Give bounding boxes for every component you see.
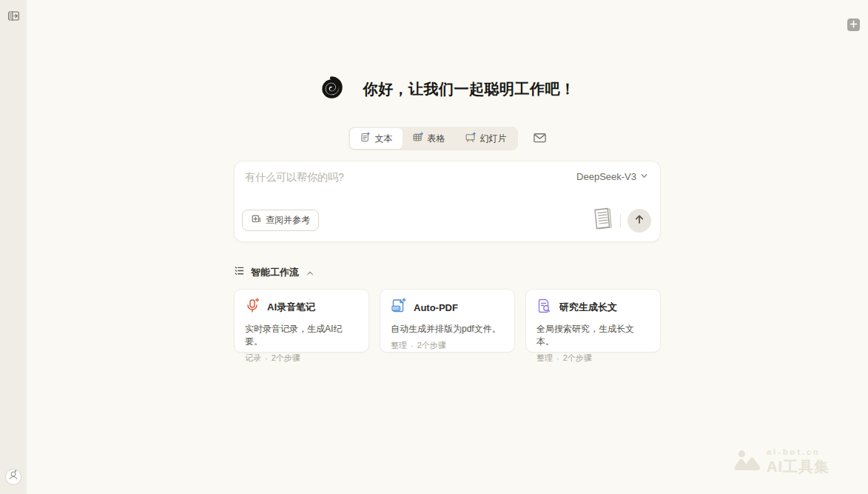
tab-text-label: 文本: [375, 133, 393, 145]
plus-icon: [850, 19, 858, 30]
document-search-icon: [536, 298, 552, 317]
workflows-section: 智能工作流: [234, 265, 661, 353]
watermark-line2: AI工具集: [767, 457, 830, 477]
card-category: 整理: [536, 353, 553, 364]
workflow-card-auto-pdf[interactable]: PDF Auto-PDF 自动生成并排版为pdf文件。 整理 · 2个步骤: [380, 289, 515, 353]
sidebar-toggle-button[interactable]: [7, 10, 20, 24]
card-category: 记录: [245, 353, 261, 364]
card-steps: 2个步骤: [417, 340, 446, 351]
add-reference-icon: [251, 214, 261, 227]
main-area: 你好，让我们一起聪明工作吧！ 文本: [27, 0, 868, 494]
notebook-icon: [591, 207, 613, 234]
sidebar-expand-icon: [7, 10, 20, 24]
dot-separator: ·: [265, 354, 268, 363]
svg-text:PDF: PDF: [394, 307, 400, 310]
tab-slides[interactable]: 幻灯片: [455, 128, 517, 149]
greeting-title: 你好，让我们一起聪明工作吧！: [363, 79, 576, 99]
workflows-header: 智能工作流: [234, 265, 661, 279]
card-title: AI录音笔记: [267, 301, 315, 314]
tab-text[interactable]: 文本: [350, 128, 403, 149]
reference-button[interactable]: 查阅并参考: [242, 210, 319, 231]
ai-bot-logo-icon: [733, 450, 761, 475]
card-description: 自动生成并排版为pdf文件。: [391, 323, 504, 336]
card-head: PDF Auto-PDF: [391, 298, 504, 317]
list-icon: [234, 265, 245, 279]
notebook-button[interactable]: [591, 207, 613, 234]
card-footer: 整理 · 2个步骤: [391, 340, 504, 351]
card-footer: 整理 · 2个步骤: [536, 353, 650, 364]
presentation-plus-icon: [465, 132, 476, 145]
chevron-down-icon: [640, 171, 648, 182]
workflow-card-research-longform[interactable]: 研究生成长文 全局搜索研究，生成长文本。 整理 · 2个步骤: [525, 289, 661, 353]
arrow-up-icon: [633, 213, 645, 227]
app-window: 你好，让我们一起聪明工作吧！ 文本: [0, 0, 868, 494]
reference-button-label: 查阅并参考: [266, 214, 310, 227]
card-footer: 记录 · 2个步骤: [245, 353, 358, 364]
dot-separator: ·: [556, 354, 559, 363]
document-plus-icon: [360, 132, 371, 145]
card-category: 整理: [391, 340, 407, 351]
card-steps: 2个步骤: [272, 353, 300, 364]
mode-tab-row: 文本 表格: [349, 127, 547, 150]
composer-top: DeepSeek-V3: [235, 161, 660, 183]
mode-tab-group: 文本 表格: [349, 127, 518, 150]
pdf-file-plus-icon: PDF: [391, 298, 406, 317]
card-head: 研究生成长文: [536, 298, 650, 317]
chevron-up-icon: [306, 267, 314, 278]
composer-actions: [591, 207, 651, 234]
envelope-icon: [533, 132, 547, 146]
card-description: 全局搜索研究，生成长文本。: [536, 323, 650, 348]
avatar-sketch-icon: [7, 470, 19, 484]
new-session-button[interactable]: [847, 19, 860, 31]
microphone-plus-icon: [245, 298, 260, 317]
watermark-line1: ai-bot.cn: [767, 447, 830, 456]
card-title: 研究生成长文: [559, 301, 617, 314]
hero: 你好，让我们一起聪明工作吧！: [320, 76, 576, 102]
user-avatar[interactable]: [5, 469, 21, 485]
watermark: ai-bot.cn AI工具集: [733, 447, 830, 477]
table-plus-icon: [412, 132, 423, 145]
workflow-card-audio-notes[interactable]: AI录音笔记 实时录音记录，生成AI纪要。 记录 · 2个步骤: [234, 289, 369, 353]
card-steps: 2个步骤: [563, 353, 592, 364]
tab-slides-label: 幻灯片: [480, 133, 507, 145]
composer-card: DeepSeek-V3: [234, 161, 661, 242]
prompt-input[interactable]: [245, 171, 526, 183]
send-button[interactable]: [628, 209, 651, 233]
card-head: AI录音笔记: [245, 298, 358, 317]
model-name: DeepSeek-V3: [576, 171, 636, 182]
dot-separator: ·: [411, 341, 414, 350]
spiral-logo-icon: [320, 76, 343, 102]
toolbar-divider: [620, 214, 621, 227]
composer-toolbar: 查阅并参考: [235, 207, 660, 234]
card-description: 实时录音记录，生成AI纪要。: [245, 323, 358, 348]
tab-table-label: 表格: [428, 133, 445, 145]
tab-table[interactable]: 表格: [403, 128, 455, 149]
collapse-workflows-button[interactable]: [306, 267, 314, 278]
mail-button[interactable]: [533, 132, 547, 146]
sidebar: [0, 0, 27, 494]
workflows-title: 智能工作流: [251, 266, 299, 279]
watermark-text: ai-bot.cn AI工具集: [767, 447, 830, 477]
card-title: Auto-PDF: [414, 302, 458, 313]
model-selector[interactable]: DeepSeek-V3: [576, 171, 648, 182]
workflow-card-list: AI录音笔记 实时录音记录，生成AI纪要。 记录 · 2个步骤: [234, 289, 661, 353]
